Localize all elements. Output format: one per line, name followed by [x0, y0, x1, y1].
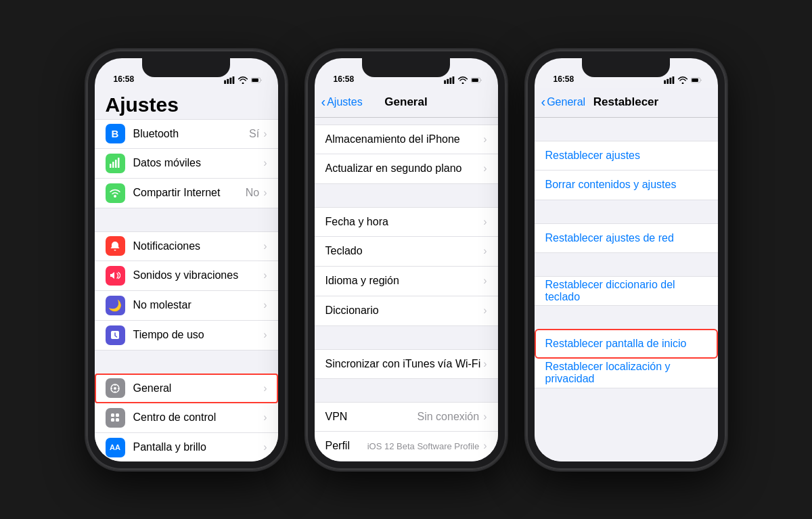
vpn-label: VPN — [325, 411, 418, 423]
sounds-icon — [106, 266, 125, 286]
svg-rect-18 — [111, 413, 114, 417]
svg-rect-5 — [252, 78, 258, 81]
notifications-icon — [106, 236, 125, 256]
nav-back-3[interactable]: ‹ General — [541, 95, 586, 110]
general-icon — [106, 378, 125, 398]
row-borrar[interactable]: Borrar contenidos y ajustes — [535, 171, 718, 200]
status-icons-3 — [664, 76, 702, 84]
wifi-icon-3 — [677, 76, 688, 84]
row-storage[interactable]: Almacenamiento del iPhone › — [315, 125, 498, 154]
dnd-chevron: › — [263, 299, 267, 311]
nav-title-3: Restablecer — [593, 95, 658, 109]
svg-rect-40 — [667, 78, 669, 83]
spacer-2 — [95, 351, 278, 374]
svg-rect-39 — [664, 80, 666, 84]
reset-pantalla-label: Restablecer pantalla de inicio — [545, 338, 687, 350]
content-3: Restablecer ajustes Borrar contenidos y … — [535, 118, 718, 461]
spacer-g3 — [315, 326, 498, 349]
row-keyboard[interactable]: Teclado › — [315, 237, 498, 267]
svg-rect-35 — [449, 77, 451, 83]
row-reset-localizacion[interactable]: Restablecer localización y privacidad — [535, 359, 718, 388]
reset-red-label: Restablecer ajustes de red — [545, 232, 674, 244]
signal-icon-2 — [444, 76, 455, 84]
row-language[interactable]: Idioma y región › — [315, 267, 498, 296]
row-datetime[interactable]: Fecha y hora › — [315, 207, 498, 237]
screen-1: 16:58 A — [95, 58, 278, 461]
iphone-2: 16:58 — [307, 50, 506, 470]
spacer-r2 — [535, 200, 718, 223]
signal-icon — [224, 76, 235, 84]
svg-rect-19 — [116, 413, 119, 417]
svg-rect-41 — [669, 77, 671, 83]
group-vpn: VPN Sin conexión › Perfil iOS 12 Beta So… — [315, 402, 498, 461]
svg-rect-33 — [444, 80, 446, 84]
row-bluetooth[interactable]: B Bluetooth Sí › — [95, 119, 278, 149]
row-control[interactable]: Centro de control › — [95, 403, 278, 433]
bluetooth-chevron: › — [263, 128, 267, 140]
control-chevron: › — [263, 411, 267, 424]
profile-value: iOS 12 Beta Software Profile — [367, 441, 479, 451]
nav-back-2[interactable]: ‹ Ajustes — [321, 95, 363, 110]
spacer-g1 — [315, 118, 498, 125]
status-time-3: 16:58 — [551, 74, 574, 84]
screentime-label: Tiempo de uso — [133, 329, 264, 341]
control-icon — [106, 408, 125, 428]
hotspot-label: Compartir Internet — [133, 187, 246, 199]
spacer-r1 — [535, 118, 718, 141]
hotspot-chevron: › — [263, 187, 267, 199]
svg-rect-44 — [692, 78, 698, 81]
bluetooth-value: Sí — [249, 128, 259, 140]
row-reset-pantalla[interactable]: Restablecer pantalla de inicio — [535, 329, 718, 359]
datetime-label: Fecha y hora — [325, 216, 484, 228]
profile-chevron: › — [483, 440, 487, 452]
row-cellular[interactable]: Datos móviles › — [95, 149, 278, 179]
row-dictionary[interactable]: Diccionario › — [315, 296, 498, 326]
svg-rect-20 — [111, 418, 114, 422]
keyboard-label: Teclado — [325, 245, 484, 257]
row-hotspot[interactable]: Compartir Internet No › — [95, 179, 278, 208]
row-screentime[interactable]: Tiempo de uso › — [95, 321, 278, 351]
notifications-label: Notificaciones — [133, 240, 264, 252]
bluetooth-label: Bluetooth — [133, 128, 250, 140]
storage-chevron: › — [483, 133, 487, 145]
svg-rect-38 — [472, 78, 478, 81]
hotspot-value: No — [246, 187, 259, 199]
svg-rect-42 — [672, 76, 674, 84]
row-reset-ajustes[interactable]: Restablecer ajustes — [535, 141, 718, 171]
signal-icon-3 — [664, 76, 675, 84]
row-display[interactable]: AA Pantalla y brillo › — [95, 433, 278, 461]
dictionary-label: Diccionario — [325, 304, 484, 317]
reset-localizacion-label: Restablecer localización y privacidad — [545, 361, 707, 385]
group-storage: Almacenamiento del iPhone › Actualizar e… — [315, 125, 498, 184]
wifi-icon — [238, 76, 248, 84]
control-label: Centro de control — [133, 411, 264, 424]
svg-point-13 — [114, 387, 116, 390]
itunes-label: Sincronizar con iTunes vía Wi-Fi — [325, 358, 484, 370]
row-itunes[interactable]: Sincronizar con iTunes vía Wi-Fi › — [315, 349, 498, 379]
row-notifications[interactable]: Notificaciones › — [95, 231, 278, 261]
row-profile[interactable]: Perfil iOS 12 Beta Software Profile › — [315, 432, 498, 461]
bgrefresh-chevron: › — [483, 162, 487, 175]
row-general[interactable]: General › — [95, 374, 278, 403]
language-label: Idioma y región — [325, 275, 484, 287]
nav-back-label-2: Ajustes — [327, 96, 362, 108]
row-sounds[interactable]: Sonidos y vibraciones › — [95, 261, 278, 291]
screen-3: 16:58 — [535, 58, 718, 461]
row-reset-teclado[interactable]: Restablecer diccionario del teclado — [535, 276, 718, 306]
row-vpn[interactable]: VPN Sin conexión › — [315, 402, 498, 432]
row-bgrefresh[interactable]: Actualizar en segundo plano › — [315, 154, 498, 184]
status-icons-2 — [444, 76, 482, 84]
back-chevron-2: ‹ — [321, 94, 326, 110]
row-dnd[interactable]: 🌙 No molestar › — [95, 291, 278, 321]
dnd-icon: 🌙 — [106, 296, 125, 315]
svg-rect-36 — [452, 76, 454, 84]
row-reset-red[interactable]: Restablecer ajustes de red — [535, 223, 718, 253]
cellular-chevron: › — [263, 157, 267, 169]
borrar-label: Borrar contenidos y ajustes — [545, 179, 677, 191]
cellular-label: Datos móviles — [133, 157, 264, 169]
screentime-chevron: › — [263, 329, 267, 341]
vpn-value: Sin conexión — [418, 411, 480, 423]
cellular-icon — [106, 154, 125, 173]
iphone-3: 16:58 — [526, 50, 726, 470]
keyboard-chevron: › — [483, 245, 487, 257]
